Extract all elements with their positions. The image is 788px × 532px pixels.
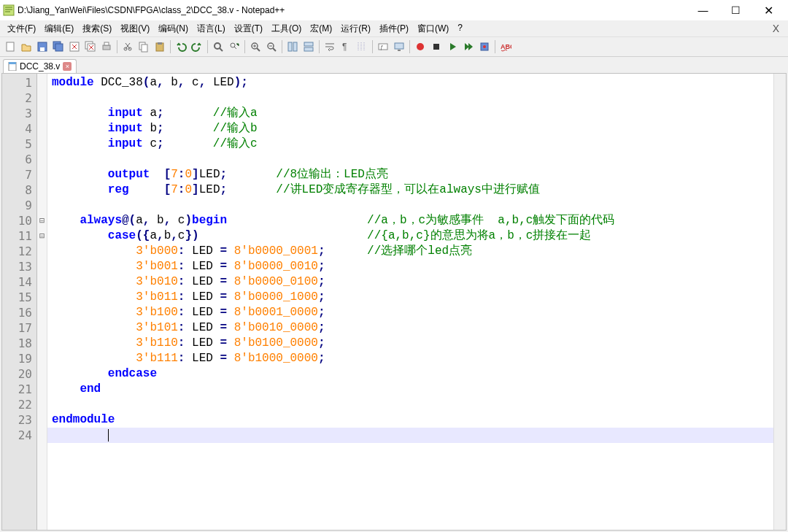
wrap-button[interactable] <box>322 39 337 54</box>
line-number: 24 <box>2 428 32 443</box>
code-line[interactable] <box>52 90 786 106</box>
line-number: 6 <box>2 152 32 167</box>
window-title: D:\Jiang_YanWei\Files\CSDN\FPGA\class_2\… <box>18 5 285 15</box>
minimize-button[interactable]: — <box>687 0 719 20</box>
new-file-button[interactable] <box>3 39 18 54</box>
editor: 123456789101112131415161718192021222324 … <box>1 73 787 531</box>
zoom-out-button[interactable] <box>264 39 279 54</box>
macro-play-multi-button[interactable] <box>461 39 476 54</box>
find-button[interactable] <box>211 39 225 54</box>
macro-rec-button[interactable] <box>413 39 428 54</box>
sync-h-button[interactable] <box>301 39 316 54</box>
save-file-button[interactable] <box>35 39 50 54</box>
indent-guide-button[interactable] <box>355 39 369 54</box>
monitor-button[interactable] <box>392 39 406 54</box>
tab-active[interactable]: DCC_38.v × <box>3 59 77 73</box>
menu-tools[interactable]: 工具(O) <box>267 21 306 36</box>
code-line[interactable]: 3'b011: LED = 8'b0000_1000; <box>52 290 786 305</box>
macro-save-button[interactable] <box>477 39 492 54</box>
tab-close-button[interactable]: × <box>63 62 72 71</box>
code-line[interactable]: reg [7:0]LED; //讲LED变成寄存器型，可以在always中进行赋… <box>52 182 786 198</box>
file-icon <box>8 62 17 71</box>
code-line[interactable] <box>52 198 786 213</box>
menu-language[interactable]: 语言(L) <box>193 21 230 36</box>
copy-button[interactable] <box>136 39 151 54</box>
redo-button[interactable] <box>190 39 204 54</box>
open-file-button[interactable] <box>19 39 34 54</box>
line-number: 18 <box>2 336 32 351</box>
code-line[interactable]: input c; //输入c <box>52 136 786 152</box>
code-line[interactable]: input a; //输入a <box>52 106 786 121</box>
fold-column[interactable]: ⊟⊟ <box>37 74 47 530</box>
code-line[interactable]: 3'b111: LED = 8'b1000_0000; <box>52 351 786 366</box>
sync-v-button[interactable] <box>285 39 300 54</box>
menu-bar: 文件(F) 编辑(E) 搜索(S) 视图(V) 编码(N) 语言(L) 设置(T… <box>0 20 788 36</box>
menu-edit[interactable]: 编辑(E) <box>40 21 78 36</box>
menu-view[interactable]: 视图(V) <box>116 21 154 36</box>
line-number: 17 <box>2 320 32 336</box>
fold-marker[interactable]: ⊟ <box>37 213 47 228</box>
print-button[interactable] <box>99 39 114 54</box>
menu-help[interactable]: ? <box>453 21 467 36</box>
code-line[interactable]: 3'b010: LED = 8'b0000_0100; <box>52 274 786 290</box>
line-number: 21 <box>2 382 32 397</box>
code-line[interactable]: 3'b110: LED = 8'b0100_0000; <box>52 336 786 351</box>
toolbar-separator <box>319 40 320 53</box>
code-line[interactable]: 3'b001: LED = 8'b0000_0010; <box>52 259 786 274</box>
fold-marker <box>37 75 47 90</box>
svg-rect-3 <box>40 47 45 51</box>
code-line[interactable]: always@(a, b, c)begin //a，b，c为敏感事件 a,b,c… <box>52 213 786 228</box>
fold-marker[interactable]: ⊟ <box>37 228 47 244</box>
code-line[interactable]: 3'b000: LED = 8'b0000_0001; //选择哪个led点亮 <box>52 244 786 259</box>
spell-check-button[interactable]: ABC <box>498 39 513 54</box>
macro-play-button[interactable] <box>445 39 460 54</box>
svg-rect-29 <box>398 50 401 51</box>
fold-marker <box>37 259 47 274</box>
code-line[interactable]: 3'b101: LED = 8'b0010_0000; <box>52 320 786 336</box>
code-line[interactable] <box>52 152 786 167</box>
all-chars-button[interactable]: ¶ <box>339 39 353 54</box>
menu-macro[interactable]: 宏(M) <box>306 21 336 36</box>
code-line[interactable]: 3'b100: LED = 8'b0001_0000; <box>52 305 786 320</box>
svg-rect-36 <box>9 62 16 64</box>
svg-rect-9 <box>103 45 110 50</box>
line-number: 23 <box>2 412 32 428</box>
menu-run[interactable]: 运行(R) <box>336 21 375 36</box>
code-line[interactable] <box>52 428 786 443</box>
close-button[interactable]: ✕ <box>752 0 785 20</box>
code-line[interactable]: endmodule <box>52 412 786 428</box>
close-all-button[interactable] <box>83 39 98 54</box>
maximize-button[interactable]: ☐ <box>719 0 752 20</box>
code-line[interactable]: endcase <box>52 366 786 382</box>
menu-settings[interactable]: 设置(T) <box>230 21 267 36</box>
replace-button[interactable] <box>227 39 242 54</box>
fold-marker <box>37 428 47 443</box>
undo-button[interactable] <box>174 39 188 54</box>
menu-window[interactable]: 窗口(W) <box>413 21 453 36</box>
svg-text:ƒ: ƒ <box>380 44 383 50</box>
code-line[interactable]: input b; //输入b <box>52 121 786 136</box>
menu-plugins[interactable]: 插件(P) <box>375 21 413 36</box>
mdi-close-button[interactable]: X <box>767 23 785 34</box>
menu-encoding[interactable]: 编码(N) <box>154 21 193 36</box>
lang-button[interactable]: ƒ <box>376 39 390 54</box>
macro-stop-button[interactable] <box>429 39 444 54</box>
code-line[interactable]: end <box>52 382 786 397</box>
fold-marker <box>37 382 47 397</box>
code-line[interactable]: output [7:0]LED; //8位输出：LED点亮 <box>52 167 786 182</box>
svg-rect-0 <box>4 5 14 15</box>
code-line[interactable]: case({a,b,c}) //{a,b,c}的意思为将a，b，c拼接在一起 <box>52 228 786 244</box>
paste-button[interactable] <box>152 39 167 54</box>
cut-button[interactable] <box>120 39 135 54</box>
close-file-button[interactable] <box>67 39 82 54</box>
line-number: 16 <box>2 305 32 320</box>
zoom-in-button[interactable] <box>248 39 263 54</box>
code-area[interactable]: module DCC_38(a, b, c, LED); input a; //… <box>47 74 786 530</box>
line-number: 14 <box>2 274 32 290</box>
svg-rect-23 <box>304 42 313 46</box>
save-all-button[interactable] <box>51 39 66 54</box>
code-line[interactable] <box>52 397 786 412</box>
code-line[interactable]: module DCC_38(a, b, c, LED); <box>52 75 786 90</box>
menu-search[interactable]: 搜索(S) <box>78 21 116 36</box>
menu-file[interactable]: 文件(F) <box>3 21 40 36</box>
